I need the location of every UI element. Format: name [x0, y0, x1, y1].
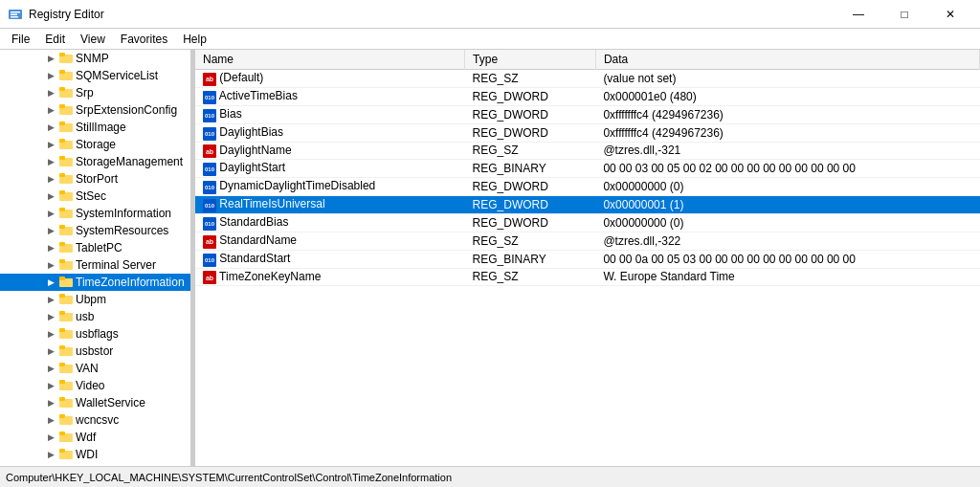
tree-item[interactable]: ▶ TabletPC	[0, 239, 190, 256]
tree-item[interactable]: ▶ StorageManagement	[0, 153, 190, 170]
tree-item[interactable]: ▶ usbflags	[0, 325, 190, 343]
tree-expand-icon[interactable]: ▶	[48, 277, 59, 287]
tree-expand-icon[interactable]: ▶	[48, 398, 59, 408]
table-row[interactable]: 010 StandardBiasREG_DWORD0x00000000 (0)	[195, 214, 980, 232]
col-data[interactable]: Data	[595, 50, 979, 70]
reg-dword-icon: 010	[203, 217, 216, 231]
tree-item[interactable]: ▶ Video	[0, 377, 190, 394]
svg-rect-39	[59, 345, 65, 349]
tree-item-label: Srp	[76, 86, 94, 100]
col-type[interactable]: Type	[465, 50, 596, 70]
table-row[interactable]: ab (Default)REG_SZ(value not set)	[195, 70, 980, 88]
tree-expand-icon[interactable]: ▶	[48, 209, 59, 218]
tree-item[interactable]: ▶ StSec	[0, 188, 190, 205]
menu-item-favorites[interactable]: Favorites	[113, 31, 175, 48]
tree-item-label: SrpExtensionConfig	[76, 103, 177, 117]
tree-expand-icon[interactable]: ▶	[48, 140, 59, 149]
tree-expand-icon[interactable]: ▶	[48, 346, 59, 356]
svg-rect-31	[59, 277, 65, 280]
tree-pane[interactable]: ▶ SNMP▶ SQMServiceList▶ Srp▶ SrpExtensio…	[0, 50, 191, 466]
minimize-button[interactable]: —	[836, 5, 880, 24]
tree-item[interactable]: ▶ Windows	[0, 463, 190, 466]
tree-expand-icon[interactable]: ▶	[48, 157, 59, 166]
menu-item-help[interactable]: Help	[175, 31, 214, 48]
tree-item[interactable]: ▶ Srp	[0, 84, 190, 101]
cell-data: @tzres.dll,-321	[595, 142, 979, 160]
tree-expand-icon[interactable]: ▶	[48, 450, 59, 459]
tree-item[interactable]: ▶ VAN	[0, 360, 190, 377]
tree-item[interactable]: ▶ SystemInformation	[0, 205, 190, 222]
folder-icon	[59, 241, 73, 255]
tree-expand-icon[interactable]: ▶	[48, 226, 59, 235]
table-row[interactable]: 010 RealTimeIsUniversalREG_DWORD0x000000…	[195, 196, 980, 214]
tree-expand-icon[interactable]: ▶	[48, 329, 59, 339]
cell-data: @tzres.dll,-322	[595, 232, 979, 251]
table-row[interactable]: 010 DaylightStartREG_BINARY00 00 03 00 0…	[195, 160, 980, 178]
tree-item[interactable]: ▶ Ubpm	[0, 291, 190, 308]
tree-item[interactable]: ▶ TimeZoneInformation	[0, 274, 190, 291]
cell-name: ab StandardName	[195, 232, 465, 251]
tree-expand-icon[interactable]: ▶	[48, 381, 59, 390]
folder-svg	[59, 362, 73, 373]
tree-expand-icon[interactable]: ▶	[48, 191, 59, 201]
tree-expand-icon[interactable]: ▶	[48, 260, 59, 270]
tree-item[interactable]: ▶ WalletService	[0, 394, 190, 411]
tree-item[interactable]: ▶ Storage	[0, 136, 190, 153]
tree-item-label: Video	[76, 379, 104, 392]
close-button[interactable]: ✕	[928, 5, 972, 24]
status-bar: Computer\HKEY_LOCAL_MACHINE\SYSTEM\Curre…	[0, 466, 980, 487]
table-row[interactable]: ab DaylightNameREG_SZ@tzres.dll,-321	[195, 142, 980, 160]
folder-svg	[59, 258, 73, 270]
tree-item[interactable]: ▶ Terminal Server	[0, 256, 190, 274]
tree-expand-icon[interactable]: ▶	[48, 105, 59, 115]
svg-rect-43	[59, 380, 65, 384]
tree-expand-icon[interactable]: ▶	[48, 312, 59, 321]
tree-item[interactable]: ▶ SrpExtensionConfig	[0, 101, 190, 119]
table-row[interactable]: ab TimeZoneKeyNameREG_SZW. Europe Standa…	[195, 268, 980, 286]
tree-expand-icon[interactable]: ▶	[48, 295, 59, 304]
table-row[interactable]: 010 BiasREG_DWORD0xfffffffc4 (4294967236…	[195, 105, 980, 123]
table-row[interactable]: 010 DaylightBiasREG_DWORD0xfffffffc4 (42…	[195, 123, 980, 142]
folder-svg	[59, 465, 73, 467]
tree-item[interactable]: ▶ SystemResources	[0, 222, 190, 239]
tree-expand-icon[interactable]: ▶	[48, 122, 59, 132]
folder-icon	[59, 276, 73, 290]
tree-expand-icon[interactable]: ▶	[48, 243, 59, 253]
tree-item[interactable]: ▶ WDI	[0, 446, 190, 463]
tree-expand-icon[interactable]: ▶	[48, 174, 59, 184]
tree-expand-icon[interactable]: ▶	[48, 54, 59, 63]
tree-expand-icon[interactable]: ▶	[48, 415, 59, 425]
menu-item-view[interactable]: View	[73, 31, 113, 48]
tree-item[interactable]: ▶ SNMP	[0, 50, 190, 67]
table-row[interactable]: 010 DynamicDaylightTimeDisabledREG_DWORD…	[195, 178, 980, 196]
cell-name: 010 DaylightBias	[195, 123, 465, 142]
cell-data: 0x00000000 (0)	[595, 214, 979, 232]
tree-item[interactable]: ▶ StorPort	[0, 170, 190, 188]
tree-item[interactable]: ▶ Wdf	[0, 429, 190, 446]
tree-expand-icon[interactable]: ▶	[48, 71, 59, 80]
table-row[interactable]: ab StandardNameREG_SZ@tzres.dll,-322	[195, 232, 980, 251]
folder-icon	[59, 69, 73, 83]
title-bar-left: Registry Editor	[8, 7, 104, 22]
folder-svg	[59, 155, 73, 166]
tree-item[interactable]: ▶ SQMServiceList	[0, 67, 190, 84]
tree-item[interactable]: ▶ usb	[0, 308, 190, 325]
col-name[interactable]: Name	[195, 50, 465, 70]
tree-item-label: usbflags	[76, 327, 119, 341]
tree-item[interactable]: ▶ usbstor	[0, 343, 190, 360]
tree-expand-icon[interactable]: ▶	[48, 88, 59, 98]
menu-item-file[interactable]: File	[4, 31, 37, 48]
table-row[interactable]: 010 StandardStartREG_BINARY00 00 0a 00 0…	[195, 250, 980, 268]
tree-item[interactable]: ▶ wcncsvc	[0, 411, 190, 429]
maximize-button[interactable]: □	[882, 5, 926, 24]
values-pane[interactable]: Name Type Data ab (Default)REG_SZ(value …	[195, 50, 980, 466]
table-row[interactable]: 010 ActiveTimeBiasREG_DWORD0x000001e0 (4…	[195, 87, 980, 105]
menu-item-edit[interactable]: Edit	[37, 31, 73, 48]
cell-name: 010 RealTimeIsUniversal	[195, 196, 465, 214]
tree-expand-icon[interactable]: ▶	[48, 364, 59, 373]
cell-name: ab TimeZoneKeyName	[195, 268, 465, 286]
reg-sz-icon: ab	[203, 271, 216, 284]
svg-rect-51	[59, 449, 65, 453]
tree-expand-icon[interactable]: ▶	[48, 432, 59, 442]
tree-item[interactable]: ▶ StillImage	[0, 119, 190, 136]
